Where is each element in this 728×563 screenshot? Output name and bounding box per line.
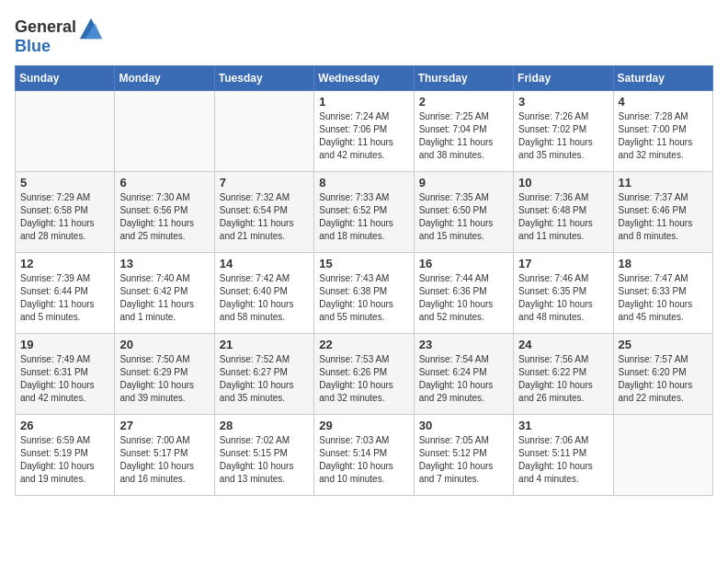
- day-number: 2: [419, 95, 508, 109]
- day-info: Sunrise: 7:03 AM Sunset: 5:14 PM Dayligh…: [319, 434, 408, 486]
- day-info: Sunrise: 7:36 AM Sunset: 6:48 PM Dayligh…: [518, 191, 608, 243]
- day-number: 6: [119, 176, 209, 190]
- calendar-cell: 30Sunrise: 7:05 AM Sunset: 5:12 PM Dayli…: [414, 415, 513, 496]
- day-number: 5: [20, 176, 109, 190]
- calendar-cell: 22Sunrise: 7:53 AM Sunset: 6:26 PM Dayli…: [314, 334, 414, 415]
- day-number: 31: [518, 419, 608, 432]
- calendar-week-row: 19Sunrise: 7:49 AM Sunset: 6:31 PM Dayli…: [16, 334, 713, 415]
- weekday-header-monday: Monday: [115, 66, 214, 91]
- day-info: Sunrise: 7:44 AM Sunset: 6:36 PM Dayligh…: [419, 272, 508, 324]
- day-number: 17: [518, 257, 608, 270]
- weekday-header-tuesday: Tuesday: [214, 66, 313, 91]
- calendar-cell: 12Sunrise: 7:39 AM Sunset: 6:44 PM Dayli…: [16, 253, 115, 334]
- logo-icon: [78, 15, 104, 40]
- day-info: Sunrise: 7:05 AM Sunset: 5:12 PM Dayligh…: [419, 434, 508, 486]
- day-info: Sunrise: 7:52 AM Sunset: 6:27 PM Dayligh…: [220, 353, 309, 405]
- day-info: Sunrise: 7:43 AM Sunset: 6:38 PM Dayligh…: [319, 272, 408, 324]
- day-info: Sunrise: 7:25 AM Sunset: 7:04 PM Dayligh…: [419, 110, 508, 162]
- calendar-cell: 11Sunrise: 7:37 AM Sunset: 6:46 PM Dayli…: [613, 172, 712, 253]
- calendar-cell: 14Sunrise: 7:42 AM Sunset: 6:40 PM Dayli…: [214, 253, 313, 334]
- logo: General Blue: [15, 15, 104, 56]
- page-header: General Blue: [15, 15, 713, 56]
- day-info: Sunrise: 7:39 AM Sunset: 6:44 PM Dayligh…: [20, 272, 109, 324]
- day-info: Sunrise: 7:42 AM Sunset: 6:40 PM Dayligh…: [220, 272, 309, 324]
- day-info: Sunrise: 6:59 AM Sunset: 5:19 PM Dayligh…: [20, 434, 109, 486]
- day-info: Sunrise: 7:49 AM Sunset: 6:31 PM Dayligh…: [20, 353, 109, 405]
- logo-general: General: [15, 17, 76, 38]
- calendar-cell: [613, 415, 712, 496]
- day-info: Sunrise: 7:53 AM Sunset: 6:26 PM Dayligh…: [319, 353, 408, 405]
- day-number: 29: [319, 419, 408, 432]
- calendar-cell: 10Sunrise: 7:36 AM Sunset: 6:48 PM Dayli…: [514, 172, 613, 253]
- day-number: 26: [20, 419, 109, 432]
- day-number: 18: [619, 257, 708, 270]
- day-info: Sunrise: 7:47 AM Sunset: 6:33 PM Dayligh…: [619, 272, 708, 324]
- day-info: Sunrise: 7:06 AM Sunset: 5:11 PM Dayligh…: [518, 434, 608, 486]
- day-number: 15: [319, 257, 408, 270]
- day-number: 22: [319, 338, 408, 351]
- day-number: 9: [419, 176, 508, 190]
- day-number: 25: [619, 338, 708, 351]
- day-info: Sunrise: 7:32 AM Sunset: 6:54 PM Dayligh…: [220, 191, 309, 243]
- calendar-cell: 2Sunrise: 7:25 AM Sunset: 7:04 PM Daylig…: [414, 91, 513, 172]
- day-number: 24: [518, 338, 608, 351]
- calendar-table: SundayMondayTuesdayWednesdayThursdayFrid…: [15, 65, 713, 496]
- day-info: Sunrise: 7:50 AM Sunset: 6:29 PM Dayligh…: [119, 353, 209, 405]
- day-number: 10: [518, 176, 608, 190]
- calendar-cell: [16, 91, 115, 172]
- day-number: 11: [619, 176, 708, 190]
- calendar-cell: 13Sunrise: 7:40 AM Sunset: 6:42 PM Dayli…: [115, 253, 214, 334]
- weekday-header-saturday: Saturday: [613, 66, 712, 91]
- calendar-cell: 5Sunrise: 7:29 AM Sunset: 6:58 PM Daylig…: [16, 172, 115, 253]
- weekday-header-wednesday: Wednesday: [314, 66, 414, 91]
- calendar-cell: 24Sunrise: 7:56 AM Sunset: 6:22 PM Dayli…: [514, 334, 613, 415]
- weekday-header-row: SundayMondayTuesdayWednesdayThursdayFrid…: [16, 66, 713, 91]
- day-number: 23: [419, 338, 508, 351]
- day-number: 1: [319, 95, 408, 109]
- calendar-cell: 25Sunrise: 7:57 AM Sunset: 6:20 PM Dayli…: [613, 334, 712, 415]
- calendar-cell: 28Sunrise: 7:02 AM Sunset: 5:15 PM Dayli…: [214, 415, 313, 496]
- calendar-cell: 15Sunrise: 7:43 AM Sunset: 6:38 PM Dayli…: [314, 253, 414, 334]
- day-info: Sunrise: 7:40 AM Sunset: 6:42 PM Dayligh…: [119, 272, 209, 324]
- calendar-cell: 20Sunrise: 7:50 AM Sunset: 6:29 PM Dayli…: [115, 334, 214, 415]
- calendar-cell: 23Sunrise: 7:54 AM Sunset: 6:24 PM Dayli…: [414, 334, 513, 415]
- day-number: 27: [119, 419, 209, 432]
- calendar-cell: 7Sunrise: 7:32 AM Sunset: 6:54 PM Daylig…: [214, 172, 313, 253]
- calendar-cell: 9Sunrise: 7:35 AM Sunset: 6:50 PM Daylig…: [414, 172, 513, 253]
- day-number: 13: [119, 257, 209, 270]
- calendar-cell: 27Sunrise: 7:00 AM Sunset: 5:17 PM Dayli…: [115, 415, 214, 496]
- day-info: Sunrise: 7:30 AM Sunset: 6:56 PM Dayligh…: [119, 191, 209, 243]
- day-info: Sunrise: 7:35 AM Sunset: 6:50 PM Dayligh…: [419, 191, 508, 243]
- day-info: Sunrise: 7:02 AM Sunset: 5:15 PM Dayligh…: [220, 434, 309, 486]
- calendar-header: SundayMondayTuesdayWednesdayThursdayFrid…: [16, 66, 713, 91]
- day-number: 7: [220, 176, 309, 190]
- day-info: Sunrise: 7:28 AM Sunset: 7:00 PM Dayligh…: [619, 110, 708, 162]
- day-number: 14: [220, 257, 309, 270]
- calendar-cell: 19Sunrise: 7:49 AM Sunset: 6:31 PM Dayli…: [16, 334, 115, 415]
- calendar-week-row: 12Sunrise: 7:39 AM Sunset: 6:44 PM Dayli…: [16, 253, 713, 334]
- day-info: Sunrise: 7:26 AM Sunset: 7:02 PM Dayligh…: [518, 110, 608, 162]
- calendar-cell: 21Sunrise: 7:52 AM Sunset: 6:27 PM Dayli…: [214, 334, 313, 415]
- weekday-header-sunday: Sunday: [16, 66, 115, 91]
- day-number: 3: [518, 95, 608, 109]
- day-number: 8: [319, 176, 408, 190]
- weekday-header-thursday: Thursday: [414, 66, 513, 91]
- day-number: 28: [220, 419, 309, 432]
- day-info: Sunrise: 7:56 AM Sunset: 6:22 PM Dayligh…: [518, 353, 608, 405]
- calendar-cell: 8Sunrise: 7:33 AM Sunset: 6:52 PM Daylig…: [314, 172, 414, 253]
- calendar-cell: [214, 91, 313, 172]
- weekday-header-friday: Friday: [514, 66, 613, 91]
- day-number: 16: [419, 257, 508, 270]
- calendar-week-row: 1Sunrise: 7:24 AM Sunset: 7:06 PM Daylig…: [16, 91, 713, 172]
- day-info: Sunrise: 7:54 AM Sunset: 6:24 PM Dayligh…: [419, 353, 508, 405]
- day-info: Sunrise: 7:46 AM Sunset: 6:35 PM Dayligh…: [518, 272, 608, 324]
- calendar-cell: 16Sunrise: 7:44 AM Sunset: 6:36 PM Dayli…: [414, 253, 513, 334]
- day-number: 21: [220, 338, 309, 351]
- calendar-cell: 6Sunrise: 7:30 AM Sunset: 6:56 PM Daylig…: [115, 172, 214, 253]
- logo-text-block: General Blue: [15, 15, 104, 56]
- calendar-cell: 3Sunrise: 7:26 AM Sunset: 7:02 PM Daylig…: [514, 91, 613, 172]
- calendar-cell: 17Sunrise: 7:46 AM Sunset: 6:35 PM Dayli…: [514, 253, 613, 334]
- day-number: 19: [20, 338, 109, 351]
- calendar-cell: 31Sunrise: 7:06 AM Sunset: 5:11 PM Dayli…: [514, 415, 613, 496]
- day-number: 12: [20, 257, 109, 270]
